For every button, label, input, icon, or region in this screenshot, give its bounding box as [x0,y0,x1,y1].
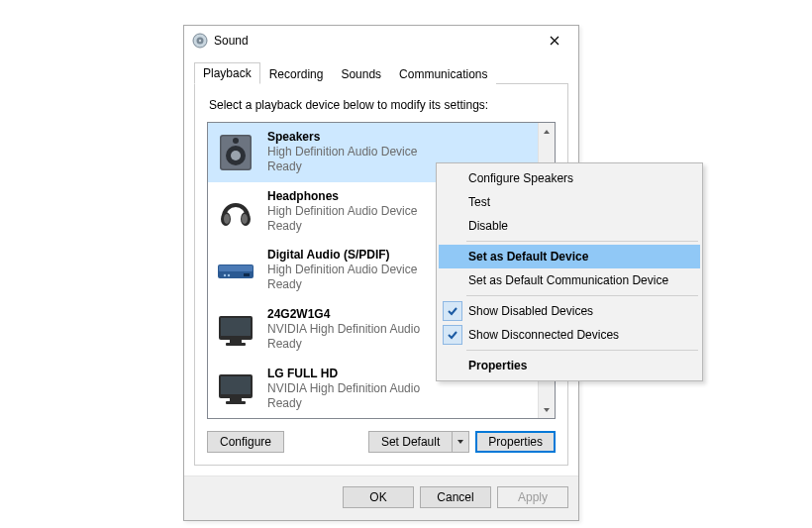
svg-point-2 [199,40,201,42]
monitor-icon [214,308,257,352]
instruction-text: Select a playback device below to modify… [209,98,556,112]
set-default-button[interactable]: Set Default [368,431,452,453]
ctx-properties[interactable]: Properties [439,354,700,377]
svg-rect-24 [226,401,246,404]
ctx-set-default-comm[interactable]: Set as Default Communication Device [439,268,700,292]
close-button[interactable] [537,28,572,53]
ctx-separator [466,350,698,351]
ctx-label: Show Disconnected Devices [468,328,619,342]
ctx-disable[interactable]: Disable [439,214,700,238]
context-menu[interactable]: Configure Speakers Test Disable Set as D… [436,162,703,381]
properties-button[interactable]: Properties [475,431,556,453]
svg-point-11 [242,214,248,224]
set-default-dropdown[interactable] [452,431,469,453]
headphones-icon [214,189,257,233]
svg-rect-23 [230,398,242,401]
dialog-footer: OK Cancel Apply [184,475,578,520]
check-icon [443,301,462,321]
svg-point-6 [231,151,241,160]
tab-strip: Playback Recording Sounds Communications [194,61,568,84]
device-sub: NVIDIA High Definition Audio [267,381,539,396]
ctx-configure-speakers[interactable]: Configure Speakers [439,166,700,190]
svg-rect-16 [244,273,250,276]
svg-point-15 [228,274,230,276]
apply-button[interactable]: Apply [497,486,568,508]
scroll-up-button[interactable] [539,123,555,140]
ctx-show-disabled[interactable]: Show Disabled Devices [439,299,700,323]
svg-rect-22 [221,376,251,394]
ctx-show-disconnected[interactable]: Show Disconnected Devices [439,323,700,347]
svg-rect-19 [230,340,242,343]
svg-point-7 [233,138,239,144]
monitor-icon [214,367,257,410]
sound-icon [192,33,208,49]
ctx-test[interactable]: Test [439,190,700,214]
tab-sounds[interactable]: Sounds [332,63,390,84]
configure-button[interactable]: Configure [207,431,284,453]
cancel-button[interactable]: Cancel [420,486,491,508]
device-sub: High Definition Audio Device [267,145,539,159]
tab-communications[interactable]: Communications [390,63,496,84]
ctx-separator [466,295,698,296]
ctx-separator [466,241,698,242]
device-status: Ready [267,396,539,411]
set-default-split-button[interactable]: Set Default [368,431,469,453]
device-name: Speakers [267,130,539,145]
tab-playback[interactable]: Playback [194,62,260,84]
svg-point-14 [224,274,226,276]
titlebar[interactable]: Sound [184,26,578,55]
check-icon [443,325,462,345]
svg-rect-18 [221,318,251,336]
svg-rect-13 [219,265,253,271]
ok-button[interactable]: OK [343,486,414,508]
svg-point-10 [224,214,230,224]
tab-recording[interactable]: Recording [260,63,333,84]
window-title: Sound [214,34,537,48]
ctx-label: Show Disabled Devices [468,304,593,318]
svg-rect-20 [226,343,246,346]
ctx-set-default-device[interactable]: Set as Default Device [439,245,700,268]
speaker-icon [214,131,257,174]
spdif-icon [214,249,257,292]
scroll-down-button[interactable] [539,401,555,418]
